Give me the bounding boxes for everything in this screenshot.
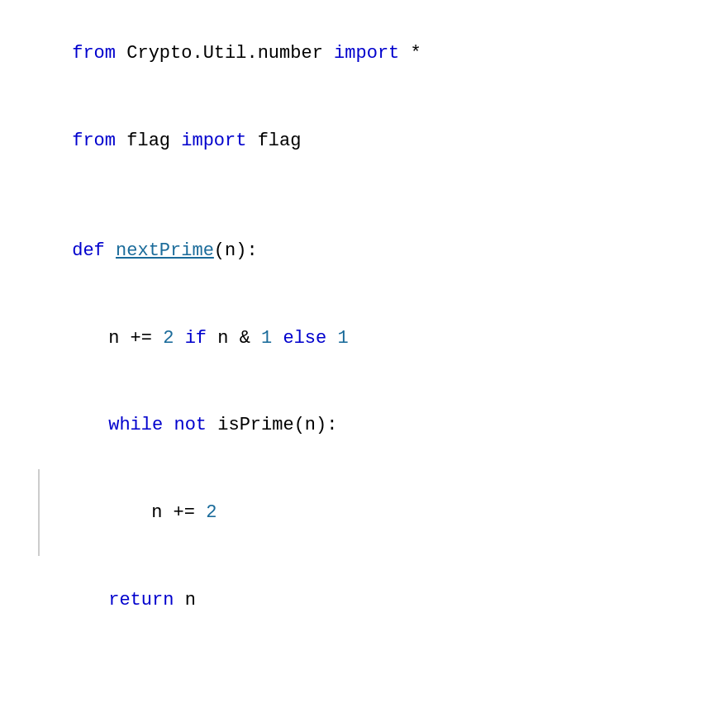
- keyword-def: def: [72, 240, 105, 261]
- keyword-while: while: [108, 415, 163, 435]
- code-line-2: from flag import flag: [0, 97, 728, 185]
- code-line-8: return n: [0, 556, 728, 644]
- keyword-from: from: [72, 43, 116, 64]
- keyword-from2: from: [72, 131, 116, 151]
- function-nextprime: nextPrime: [116, 240, 214, 261]
- keyword-return: return: [108, 590, 174, 610]
- number-1a: 1: [261, 328, 272, 349]
- code-line-3: [0, 184, 728, 207]
- keyword-import: import: [334, 43, 399, 64]
- code-line-4: def nextPrime(n):: [0, 207, 728, 295]
- number-1b: 1: [337, 328, 348, 349]
- number-2a: 2: [163, 328, 174, 349]
- code-line-10: [0, 667, 728, 690]
- number-2b: 2: [206, 502, 216, 523]
- keyword-if: if: [185, 328, 207, 349]
- code-line-1: from Crypto.Util.number import *: [0, 10, 728, 97]
- keyword-not: not: [174, 415, 207, 435]
- code-line-11: p = getPrime(1024): [0, 690, 728, 703]
- code-line-5: n += 2 if n & 1 else 1: [0, 295, 728, 382]
- keyword-else: else: [283, 328, 326, 349]
- keyword-import2: import: [181, 131, 246, 151]
- code-block: from Crypto.Util.number import * from fl…: [0, 7, 728, 703]
- code-line-9: [0, 644, 728, 667]
- code-line-7: n += 2: [0, 469, 728, 557]
- code-line-6: while not isPrime(n):: [0, 382, 728, 469]
